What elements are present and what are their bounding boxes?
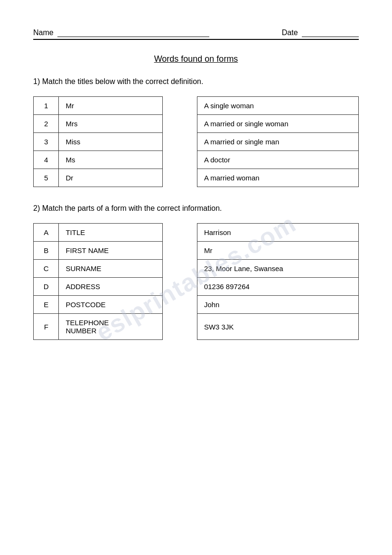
row-spacer	[163, 97, 197, 115]
row-title: Ms	[59, 151, 163, 169]
table-row: F TELEPHONENUMBER SW3 3JK	[34, 314, 359, 340]
table-row: 5 Dr A married woman	[34, 169, 359, 187]
table1-wrapper: 1 Mr A single woman 2 Mrs A married or s…	[33, 96, 359, 187]
row-spacer	[163, 296, 197, 314]
page-title: Words found on forms	[33, 54, 359, 64]
date-underline	[302, 36, 359, 37]
row-letter: F	[34, 314, 59, 340]
row-spacer	[163, 314, 197, 340]
table-row: 3 Miss A married or single man	[34, 133, 359, 151]
row-spacer	[163, 224, 197, 242]
table1: 1 Mr A single woman 2 Mrs A married or s…	[33, 96, 359, 187]
row-definition: A married woman	[197, 169, 358, 187]
row-definition: A married or single woman	[197, 115, 358, 133]
row-value: 01236 897264	[197, 278, 358, 296]
row-definition: A married or single man	[197, 133, 358, 151]
row-num: 2	[34, 115, 59, 133]
row-letter: C	[34, 260, 59, 278]
row-value: Mr	[197, 242, 358, 260]
row-spacer	[163, 151, 197, 169]
row-num: 4	[34, 151, 59, 169]
row-letter: B	[34, 242, 59, 260]
table-row: A TITLE Harrison	[34, 224, 359, 242]
row-value: 23, Moor Lane, Swansea	[197, 260, 358, 278]
table2: A TITLE Harrison B FIRST NAME Mr C SURNA…	[33, 223, 359, 340]
table-row: B FIRST NAME Mr	[34, 242, 359, 260]
row-value: SW3 3JK	[197, 314, 358, 340]
date-label: Date	[282, 28, 359, 37]
row-title: Miss	[59, 133, 163, 151]
row-title: Mrs	[59, 115, 163, 133]
row-spacer	[163, 169, 197, 187]
table-row: E POSTCODE John	[34, 296, 359, 314]
row-value: Harrison	[197, 224, 358, 242]
row-label: TELEPHONENUMBER	[59, 314, 163, 340]
row-letter: D	[34, 278, 59, 296]
row-spacer	[163, 260, 197, 278]
row-label: TITLE	[59, 224, 163, 242]
table2-wrapper: A TITLE Harrison B FIRST NAME Mr C SURNA…	[33, 223, 359, 340]
table-row: C SURNAME 23, Moor Lane, Swansea	[34, 260, 359, 278]
name-label: Name	[33, 28, 209, 37]
question2: 2) Match the parts of a form with the co…	[33, 204, 359, 213]
row-label: SURNAME	[59, 260, 163, 278]
table-row: 4 Ms A doctor	[34, 151, 359, 169]
name-underline	[57, 36, 209, 37]
row-spacer	[163, 133, 197, 151]
row-title: Mr	[59, 97, 163, 115]
row-label: POSTCODE	[59, 296, 163, 314]
row-title: Dr	[59, 169, 163, 187]
row-num: 3	[34, 133, 59, 151]
table-row: 2 Mrs A married or single woman	[34, 115, 359, 133]
row-spacer	[163, 278, 197, 296]
header: Name Date	[33, 28, 359, 40]
row-letter: A	[34, 224, 59, 242]
row-letter: E	[34, 296, 59, 314]
table-row: 1 Mr A single woman	[34, 97, 359, 115]
row-definition: A doctor	[197, 151, 358, 169]
row-value: John	[197, 296, 358, 314]
question1: 1) Match the titles below with the corre…	[33, 77, 359, 86]
row-num: 5	[34, 169, 59, 187]
row-num: 1	[34, 97, 59, 115]
row-spacer	[163, 115, 197, 133]
table-row: D ADDRESS 01236 897264	[34, 278, 359, 296]
row-label: FIRST NAME	[59, 242, 163, 260]
row-definition: A single woman	[197, 97, 358, 115]
row-spacer	[163, 242, 197, 260]
row-label: ADDRESS	[59, 278, 163, 296]
